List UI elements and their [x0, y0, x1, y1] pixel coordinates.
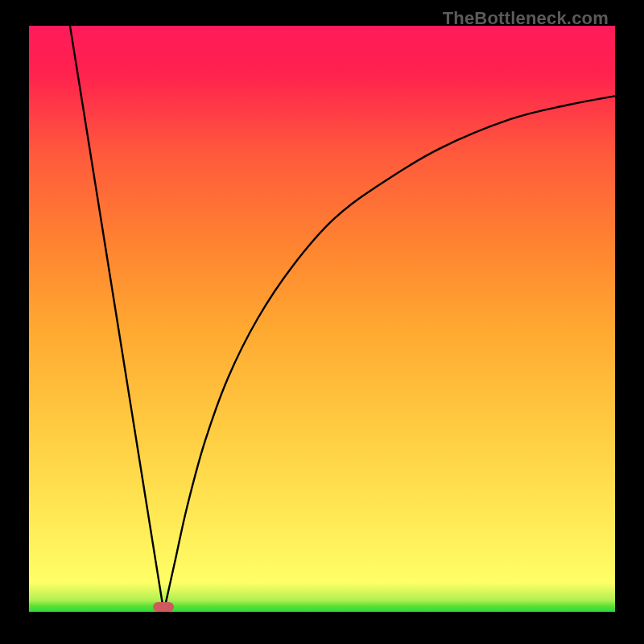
curve-left-branch [70, 26, 163, 612]
minimum-marker [153, 602, 174, 612]
chart-root: { "watermark": "TheBottleneck.com", "cha… [0, 0, 644, 644]
curve-right-branch [163, 96, 615, 612]
plot-area [29, 26, 615, 612]
bottom-border [0, 612, 644, 644]
curve-layer [29, 26, 615, 612]
watermark-label: TheBottleneck.com [443, 8, 609, 29]
left-border [0, 0, 29, 644]
